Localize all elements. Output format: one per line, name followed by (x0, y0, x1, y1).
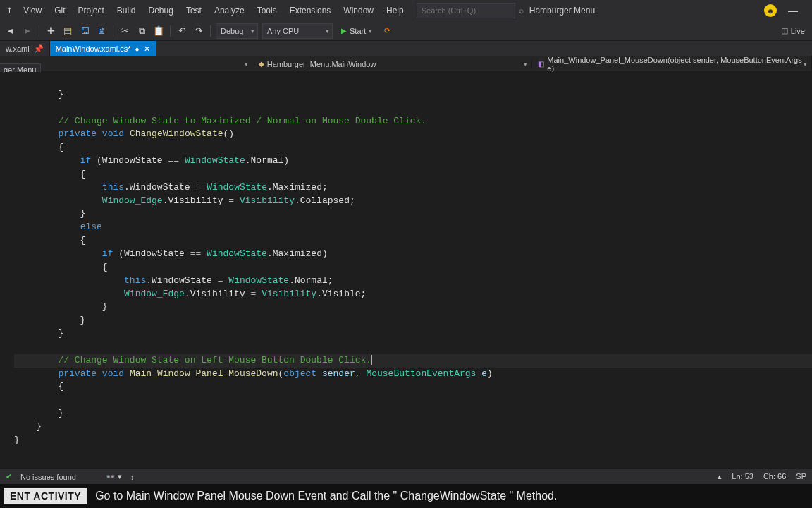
navigation-bar: ger Menu ◆ Hamburger_Menu.MainWindow ◧ M… (0, 56, 812, 72)
user-badge-icon[interactable]: ☻ (764, 4, 777, 17)
nav-member[interactable]: ◧ Main_Window_Panel_MouseDown(object sen… (532, 56, 812, 73)
platform-dropdown[interactable]: Any CPU (262, 23, 333, 39)
solution-name: Hamburger Menu (529, 6, 595, 16)
new-button[interactable]: ✚ (43, 23, 59, 39)
menu-view[interactable]: View (18, 3, 47, 18)
menu-project[interactable]: Project (72, 3, 109, 18)
tab-label: w.xaml (6, 44, 30, 53)
tab-label: MainWindow.xaml.cs* (56, 44, 131, 53)
menu-window[interactable]: Window (338, 3, 379, 18)
menu-item[interactable]: t (3, 3, 16, 18)
method-icon: ◧ (538, 60, 544, 68)
caret-up-icon[interactable]: ▴ (718, 472, 722, 481)
paste-button[interactable]: 📋 (151, 23, 166, 39)
tab-cs[interactable]: MainWindow.xaml.cs* ● ✕ (50, 41, 156, 56)
hot-reload-button[interactable]: ⟳ (379, 23, 395, 39)
forward-button[interactable]: ► (20, 23, 35, 39)
tab-xaml[interactable]: w.xaml 📌 (0, 41, 50, 56)
arrows-icon[interactable]: ↕ (130, 473, 135, 481)
tab-bar: w.xaml 📌 MainWindow.xaml.cs* ● ✕ (0, 41, 812, 56)
close-icon[interactable]: ✕ (144, 44, 150, 54)
class-icon: ◆ (259, 60, 264, 68)
search-icon: ⌕ (519, 6, 524, 16)
activity-text: Go to Main Window Panel Mouse Down Event… (95, 490, 557, 502)
status-bar: ✔ No issues found 👓 ▾ ↕ ▴ Ln: 53 Ch: 66 … (0, 468, 812, 484)
activity-badge: ENT ACTIVITY (4, 488, 87, 504)
menu-extensions[interactable]: Extensions (284, 3, 337, 18)
live-share[interactable]: ◫ Live (781, 26, 809, 35)
play-icon: ▶ (341, 27, 347, 35)
issues-label[interactable]: No issues found (20, 473, 76, 481)
save-button[interactable]: 🖫 (77, 23, 92, 39)
undo-button[interactable]: ↶ (174, 23, 190, 39)
nav-member-label: Main_Window_Panel_MouseDown(object sende… (547, 56, 806, 73)
ok-icon: ✔ (6, 472, 12, 481)
menu-analyze[interactable]: Analyze (209, 3, 250, 18)
glasses-icon[interactable]: 👓 ▾ (106, 472, 122, 481)
nav-class-label: Hamburger_Menu.MainWindow (267, 60, 376, 68)
dirty-icon: ● (135, 45, 140, 53)
pin-icon[interactable]: 📌 (34, 44, 44, 54)
nav-class[interactable]: ◆ Hamburger_Menu.MainWindow (253, 60, 533, 68)
menu-test[interactable]: Test (180, 3, 207, 18)
char-indicator[interactable]: Ch: 66 (763, 472, 786, 481)
start-button[interactable]: ▶ Start ▾ (336, 23, 378, 39)
copy-button[interactable]: ⧉ (134, 23, 149, 39)
search-input[interactable] (422, 6, 519, 15)
open-button[interactable]: ▤ (60, 23, 75, 39)
cut-button[interactable]: ✂ (117, 23, 133, 39)
live-icon: ◫ (781, 26, 788, 35)
back-button[interactable]: ◄ (3, 23, 18, 39)
minimize-button[interactable]: — (782, 2, 804, 19)
config-dropdown[interactable]: Debug (216, 23, 258, 39)
code-editor[interactable]: } // Change Window State to Maximized / … (0, 72, 812, 484)
menu-build[interactable]: Build (111, 3, 142, 18)
line-indicator[interactable]: Ln: 53 (732, 472, 753, 481)
menu-bar: t View Git Project Build Debug Test Anal… (0, 0, 812, 21)
menu-tools[interactable]: Tools (252, 3, 283, 18)
start-label: Start (350, 27, 366, 35)
save-all-button[interactable]: 🗎 (94, 23, 109, 39)
menu-git[interactable]: Git (49, 3, 70, 18)
search-box[interactable]: ⌕ (417, 3, 515, 18)
menu-debug[interactable]: Debug (143, 3, 179, 18)
activity-overlay: ENT ACTIVITY Go to Main Window Panel Mou… (0, 484, 812, 508)
menu-help[interactable]: Help (381, 3, 410, 18)
text-cursor (371, 355, 372, 365)
toolbar: ◄ ► ✚ ▤ 🖫 🗎 ✂ ⧉ 📋 ↶ ↷ Debug Any CPU ▶ St… (0, 21, 812, 41)
redo-button[interactable]: ↷ (191, 23, 207, 39)
spaces-indicator[interactable]: SP (796, 472, 806, 481)
